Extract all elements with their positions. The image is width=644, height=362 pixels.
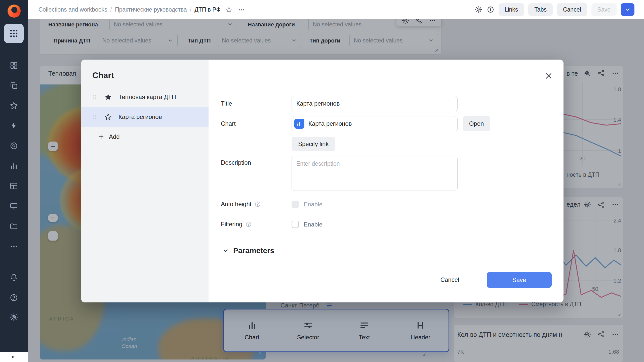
dialog-cancel-button[interactable]: Cancel — [432, 272, 467, 288]
bar-chart-icon — [296, 121, 302, 127]
sidebar-item-functions[interactable] — [10, 121, 18, 130]
sidebar-item-favorites[interactable] — [10, 101, 18, 110]
datalens-logo[interactable] — [8, 5, 21, 18]
specify-link-button[interactable]: Specify link — [292, 137, 335, 151]
cancel-button[interactable]: Cancel — [557, 3, 587, 16]
chevron-down-icon — [222, 247, 229, 254]
top-bar: Collections and workbooks / Практические… — [28, 0, 644, 19]
apps-grid-button[interactable] — [4, 24, 24, 43]
chart-picker-value: Карта регионов — [308, 120, 352, 127]
breadcrumb-separator: / — [110, 6, 112, 13]
dialog-save-button[interactable]: Save — [487, 272, 552, 288]
sidebar-item-folders[interactable] — [10, 222, 18, 231]
header-actions: Links Tabs Cancel Save — [475, 3, 634, 16]
chart-picker-field[interactable]: Карта регионов — [292, 116, 458, 131]
auto-height-checkbox[interactable] — [292, 201, 299, 208]
sidebar-item-tables[interactable] — [10, 182, 18, 190]
dialog-title: Chart — [92, 71, 114, 80]
sidebar-item-charts[interactable] — [10, 162, 18, 170]
add-chart-tab-button[interactable]: Add — [81, 127, 209, 147]
sidebar-item-dashboards[interactable] — [10, 61, 18, 70]
dialog-tabs-panel: Chart Тепловая карта ДТП Карта регионов … — [81, 60, 209, 302]
breadcrumb-separator: / — [190, 6, 191, 13]
favorite-star-icon[interactable] — [226, 7, 232, 13]
app-root: Название региона No selected values Назв… — [0, 0, 644, 362]
chart-type-icon — [294, 119, 304, 129]
chart-tab-label: Карта регионов — [118, 113, 162, 120]
parameters-section-toggle[interactable]: Parameters — [222, 245, 274, 256]
chevron-down-icon — [624, 6, 631, 13]
breadcrumb-more-icon[interactable] — [238, 6, 245, 14]
description-textarea[interactable] — [292, 157, 458, 191]
enable-label: Enable — [304, 221, 323, 228]
expand-sidebar-icon[interactable] — [10, 354, 16, 360]
dashboard-settings-icon[interactable] — [475, 6, 482, 13]
apps-grid-icon — [9, 29, 19, 38]
add-label: Add — [109, 133, 120, 140]
sidebar-footer — [0, 352, 28, 362]
auto-height-label-row: Auto height — [221, 201, 261, 208]
chart-field-label: Chart — [221, 120, 236, 127]
info-icon[interactable] — [487, 6, 494, 13]
close-dialog-button[interactable] — [544, 71, 554, 81]
notifications-icon[interactable] — [10, 273, 18, 282]
sidebar-item-services[interactable] — [10, 142, 18, 150]
help-icon[interactable] — [10, 293, 18, 302]
settings-icon[interactable] — [10, 313, 18, 322]
filtering-label: Filtering — [221, 221, 242, 228]
auto-height-label: Auto height — [221, 201, 251, 208]
title-input[interactable] — [292, 96, 458, 111]
open-chart-button[interactable]: Open — [463, 116, 490, 131]
save-menu-button[interactable] — [621, 3, 634, 16]
star-filled-icon[interactable] — [104, 93, 112, 101]
drag-handle-icon[interactable] — [91, 114, 98, 120]
links-button[interactable]: Links — [499, 3, 524, 16]
enable-label: Enable — [304, 201, 323, 208]
breadcrumb-dashboard: ДТП в РФ — [194, 6, 221, 13]
chart-tab-item-2-selected[interactable]: Карта регионов — [81, 107, 209, 127]
star-outline-icon[interactable] — [104, 113, 112, 121]
help-circle-icon[interactable] — [254, 201, 261, 207]
help-circle-icon[interactable] — [245, 221, 252, 228]
chart-settings-dialog: Chart Тепловая карта ДТП Карта регионов … — [81, 60, 564, 302]
breadcrumb-collections[interactable]: Collections and workbooks — [38, 6, 107, 13]
description-field-label: Description — [221, 159, 251, 166]
title-field-label: Title — [221, 100, 232, 107]
tabs-button[interactable]: Tabs — [528, 3, 553, 16]
save-button[interactable]: Save — [591, 3, 617, 16]
chart-tab-label: Тепловая карта ДТП — [118, 94, 176, 101]
sidebar-item-more[interactable] — [10, 242, 18, 251]
filtering-checkbox[interactable] — [292, 221, 299, 228]
chart-tab-item-1[interactable]: Тепловая карта ДТП — [81, 87, 209, 107]
breadcrumb: Collections and workbooks / Практические… — [38, 0, 245, 19]
sidebar — [0, 0, 28, 362]
parameters-label: Parameters — [233, 246, 274, 255]
close-icon — [544, 72, 553, 80]
sidebar-item-presentations[interactable] — [10, 202, 18, 210]
drag-handle-icon[interactable] — [91, 94, 98, 100]
filtering-label-row: Filtering — [221, 221, 252, 228]
breadcrumb-workbook[interactable]: Практические руководства — [115, 6, 187, 13]
plus-icon — [98, 133, 104, 140]
sidebar-item-collections[interactable] — [10, 81, 18, 90]
